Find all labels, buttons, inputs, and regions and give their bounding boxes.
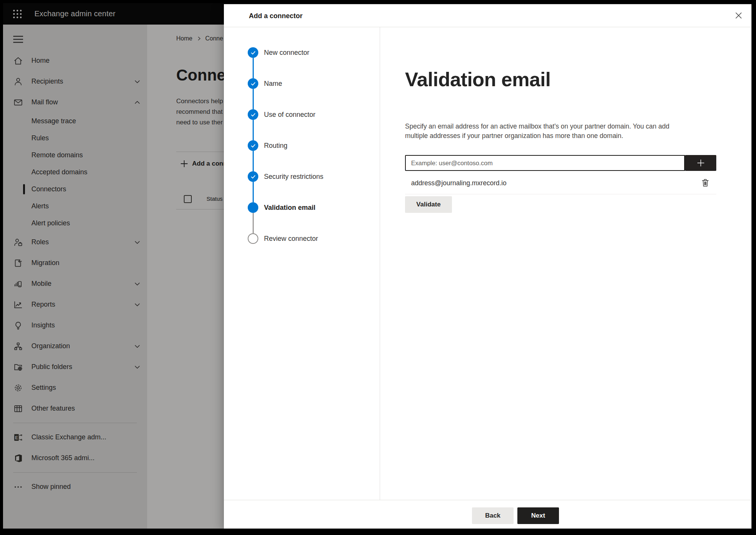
add-connector-dialog: Add a connector New connectorNameUse of … — [224, 4, 751, 529]
step-connector-line — [253, 213, 254, 233]
email-entry-row — [405, 155, 716, 171]
dialog-body: New connectorNameUse of connectorRouting… — [224, 27, 751, 500]
plus-icon — [696, 158, 706, 168]
step-connector-line — [253, 58, 254, 78]
wizard-step-label: Review connector — [264, 235, 318, 243]
step-connector-line — [253, 182, 254, 202]
wizard-step-validation-email[interactable]: Validation email — [224, 202, 380, 213]
dialog-header: Add a connector — [224, 4, 751, 27]
wizard-step-label: Routing — [264, 142, 287, 150]
step-check-icon — [248, 47, 258, 58]
close-icon — [734, 11, 743, 20]
wizard-step-label: Name — [264, 80, 282, 88]
dialog-content: Validation email Specify an email addres… — [380, 27, 751, 500]
wizard-step-label: Validation email — [264, 204, 315, 212]
step-connector-line — [253, 89, 254, 109]
back-button[interactable]: Back — [472, 507, 514, 524]
step-check-icon — [248, 171, 258, 182]
wizard-step-label: New connector — [264, 49, 309, 57]
step-connector-line — [253, 151, 254, 171]
wizard-step-routing[interactable]: Routing — [224, 140, 380, 151]
step-current-icon — [248, 202, 258, 213]
address-text: address@journaling.mxrecord.io — [411, 179, 506, 187]
step-check-icon — [248, 140, 258, 151]
step-check-icon — [248, 109, 258, 120]
delete-address-button[interactable] — [700, 177, 711, 189]
step-description: Specify an email address for an active m… — [405, 122, 669, 141]
next-button[interactable]: Next — [517, 507, 559, 524]
wizard-step-name[interactable]: Name — [224, 78, 380, 89]
step-heading: Validation email — [405, 68, 551, 91]
wizard-step-review-connector[interactable]: Review connector — [224, 233, 380, 244]
wizard-step-security-restrictions[interactable]: Security restrictions — [224, 171, 380, 182]
add-email-button[interactable] — [685, 155, 716, 171]
dialog-footer: Back Next — [224, 500, 751, 529]
wizard-step-label: Security restrictions — [264, 173, 323, 181]
step-connector-line — [253, 120, 254, 140]
wizard-step-label: Use of connector — [264, 111, 315, 119]
wizard-step-new-connector[interactable]: New connector — [224, 47, 380, 58]
wizard-step-use-of-connector[interactable]: Use of connector — [224, 109, 380, 120]
address-list-divider — [405, 194, 716, 194]
trash-icon — [701, 178, 710, 188]
step-check-icon — [248, 78, 258, 89]
validate-button[interactable]: Validate — [405, 196, 452, 213]
close-button[interactable] — [733, 9, 745, 22]
dialog-title: Add a connector — [249, 12, 303, 20]
address-row: address@journaling.mxrecord.io — [405, 175, 716, 191]
step-description-line: multiple addresses if your partner organ… — [405, 131, 669, 141]
app-frame: Exchange admin center HomeRecipientsMail… — [3, 3, 751, 529]
wizard-steps: New connectorNameUse of connectorRouting… — [224, 27, 380, 500]
email-address-input[interactable] — [405, 155, 685, 171]
step-todo-icon — [248, 233, 258, 244]
step-description-line: Specify an email address for an active m… — [405, 122, 669, 131]
